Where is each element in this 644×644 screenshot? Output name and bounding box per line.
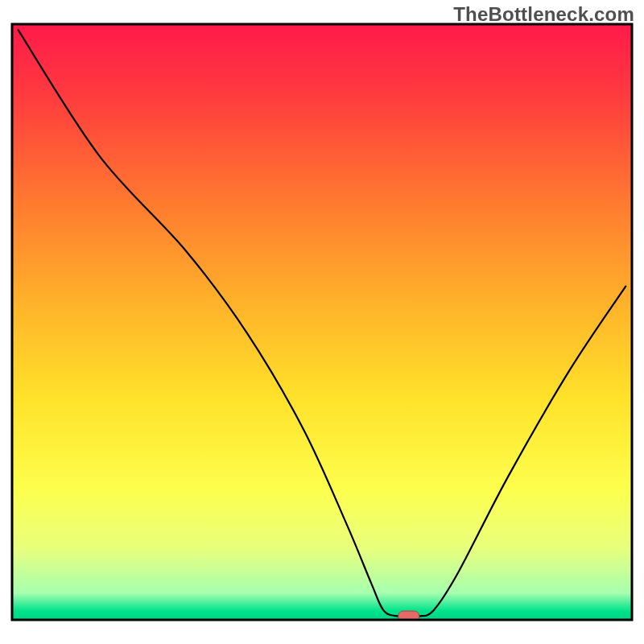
heat-gradient-background bbox=[12, 24, 632, 620]
watermark-text: TheBottleneck.com bbox=[453, 3, 634, 26]
bottleneck-chart bbox=[0, 0, 644, 644]
chart-frame: TheBottleneck.com bbox=[0, 0, 644, 644]
